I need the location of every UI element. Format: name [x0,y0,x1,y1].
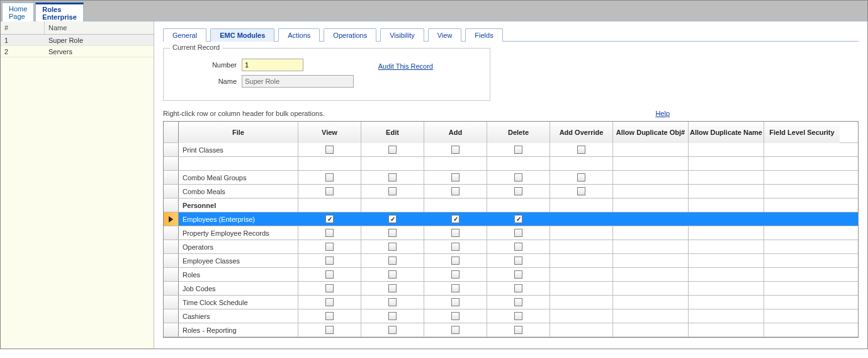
checkbox[interactable] [388,173,397,182]
row-header[interactable] [164,226,179,240]
audit-this-record-link[interactable]: Audit This Record [378,62,433,70]
checkbox[interactable] [514,270,522,279]
help-link[interactable]: Help [655,110,670,117]
checkbox[interactable] [514,187,522,195]
grid-row[interactable] [164,157,858,171]
row-header[interactable] [164,268,179,281]
row-header[interactable] [164,199,179,212]
checkbox[interactable] [325,284,334,292]
grid-row[interactable]: Property Employee Records [164,226,858,240]
grid-row[interactable]: Employees (Enterprise) [164,212,858,226]
row-header[interactable] [164,212,179,226]
checkbox[interactable] [577,173,585,182]
col-file[interactable]: File [179,122,298,143]
checkbox[interactable] [388,146,397,154]
col-add[interactable]: Add [424,122,487,143]
grid-row[interactable]: Employee Classes [164,254,858,268]
checkbox[interactable] [514,284,522,292]
row-header[interactable] [164,185,179,198]
col-allow-dup-name[interactable]: Allow Duplicate Name [689,122,764,143]
checkbox[interactable] [325,215,334,223]
checkbox[interactable] [325,187,334,195]
grid-row[interactable]: Combo Meals [164,185,858,199]
checkbox[interactable] [451,270,459,279]
checkbox[interactable] [451,298,459,306]
checkbox[interactable] [325,298,334,306]
row-header[interactable] [164,282,179,295]
checkbox[interactable] [388,298,397,306]
grid-row[interactable]: Print Classes [164,143,858,157]
checkbox[interactable] [514,229,522,237]
checkbox[interactable] [451,243,459,251]
checkbox[interactable] [388,229,397,237]
checkbox[interactable] [325,270,334,279]
tab-operations[interactable]: Operations [324,28,376,42]
checkbox[interactable] [451,146,459,154]
checkbox[interactable] [451,229,459,237]
checkbox[interactable] [325,257,334,265]
checkbox[interactable] [514,298,522,306]
checkbox[interactable] [388,257,397,265]
checkbox[interactable] [388,187,397,195]
col-delete[interactable]: Delete [487,122,550,143]
checkbox[interactable] [451,215,459,223]
checkbox[interactable] [451,284,459,292]
checkbox[interactable] [451,257,459,265]
grid-row[interactable]: Operators [164,240,858,254]
checkbox[interactable] [577,187,585,195]
checkbox[interactable] [388,284,397,292]
number-input[interactable] [242,59,303,71]
checkbox[interactable] [388,215,397,223]
tab-general[interactable]: General [163,28,206,42]
tab-fields[interactable]: Fields [465,28,502,42]
grid-row[interactable]: Time Clock Schedule [164,296,858,309]
checkbox[interactable] [325,243,334,251]
checkbox[interactable] [325,146,334,154]
tab-home-page[interactable]: Home Page [2,3,34,21]
checkbox[interactable] [451,187,459,195]
checkbox[interactable] [577,146,585,154]
roles-list-row[interactable]: 1Super Role [1,35,154,46]
checkbox[interactable] [325,173,334,182]
grid-row[interactable]: Roles [164,268,858,282]
grid-row[interactable]: Combo Meal Groups [164,171,858,185]
col-field-level-security[interactable]: Field Level Security [764,122,840,143]
row-header[interactable] [164,240,179,253]
checkbox[interactable] [514,257,522,265]
checkbox[interactable] [325,229,334,237]
checkbox[interactable] [514,312,522,320]
checkbox[interactable] [388,243,397,251]
row-header[interactable] [164,157,179,170]
tab-roles-enterprise[interactable]: Roles Enterprise [35,3,83,21]
col-add-override[interactable]: Add Override [550,122,613,143]
grid-row[interactable]: Job Codes [164,282,858,296]
checkbox[interactable] [451,326,459,334]
col-edit[interactable]: Edit [361,122,424,143]
checkbox[interactable] [451,173,459,182]
checkbox[interactable] [325,326,334,334]
tab-emc-modules[interactable]: EMC Modules [210,28,274,42]
checkbox[interactable] [514,326,522,334]
row-header[interactable] [164,143,179,156]
checkbox[interactable] [388,270,397,279]
grid-row[interactable]: Personnel [164,199,858,212]
checkbox[interactable] [325,312,334,320]
roles-list-row[interactable]: 2Servers [1,46,154,57]
checkbox[interactable] [388,326,397,334]
name-input[interactable] [242,75,354,88]
checkbox[interactable] [451,312,459,320]
checkbox[interactable] [514,243,522,251]
grid-corner[interactable] [164,122,179,142]
row-header[interactable] [164,323,179,337]
roles-col-name[interactable]: Name [45,21,70,34]
row-header[interactable] [164,254,179,267]
checkbox[interactable] [514,173,522,182]
row-header[interactable] [164,309,179,323]
grid-row[interactable]: Roles - Reporting [164,323,858,337]
tab-view[interactable]: View [428,28,462,42]
row-header[interactable] [164,296,179,309]
col-allow-dup-obj[interactable]: Allow Duplicate Obj# [613,122,689,143]
roles-col-number[interactable]: # [1,21,45,34]
row-header[interactable] [164,171,179,184]
grid-row[interactable]: Cashiers [164,309,858,323]
